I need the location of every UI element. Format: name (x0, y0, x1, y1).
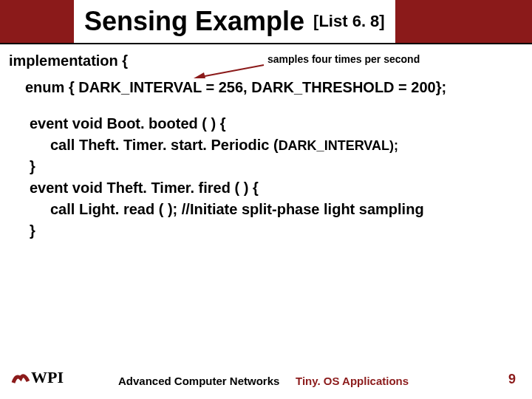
content-area: implementation { samples four times per … (0, 44, 532, 242)
arrow-icon (194, 64, 267, 80)
code-line-fired: event void Theft. Timer. fired ( ) { (30, 177, 523, 199)
code-implementation: implementation { (9, 50, 128, 72)
slide-subtitle: [List 6. 8] (313, 12, 385, 31)
wpi-logo: WPI (10, 365, 65, 390)
code-line-startperiodic-a: call Theft. Timer. start. Periodic ( (50, 137, 279, 153)
code-line-startperiodic-b: DARK_INTERVAL); (279, 138, 398, 153)
svg-line-0 (201, 65, 264, 77)
slide-title: Sensing Example (84, 6, 304, 37)
page-number: 9 (508, 372, 516, 387)
annotation-text: samples four times per second (267, 52, 420, 66)
svg-marker-1 (194, 72, 205, 78)
code-block: event void Boot. booted ( ) { call Theft… (30, 113, 523, 242)
footer-left-text: Advanced Computer Networks (118, 375, 279, 387)
footer-right-text: Tiny. OS Applications (296, 375, 409, 387)
code-line-booted: event void Boot. booted ( ) { (30, 113, 523, 134)
code-enum: enum { DARK_INTERVAL = 256, DARK_THRESHO… (25, 77, 523, 98)
title-bar: Sensing Example [List 6. 8] (0, 0, 532, 44)
code-line-close2: } (30, 220, 523, 242)
code-line-read: call Light. read ( ); //Initiate split-p… (50, 199, 523, 220)
implementation-row: implementation { samples four times per … (9, 50, 523, 72)
title-inner: Sensing Example [List 6. 8] (74, 0, 395, 43)
code-line-startperiodic: call Theft. Timer. start. Periodic (DARK… (50, 134, 523, 156)
code-line-close1: } (30, 156, 523, 177)
footer: WPI Advanced Computer Networks Tiny. OS … (0, 362, 532, 392)
logo-letters: WPI (31, 368, 64, 386)
